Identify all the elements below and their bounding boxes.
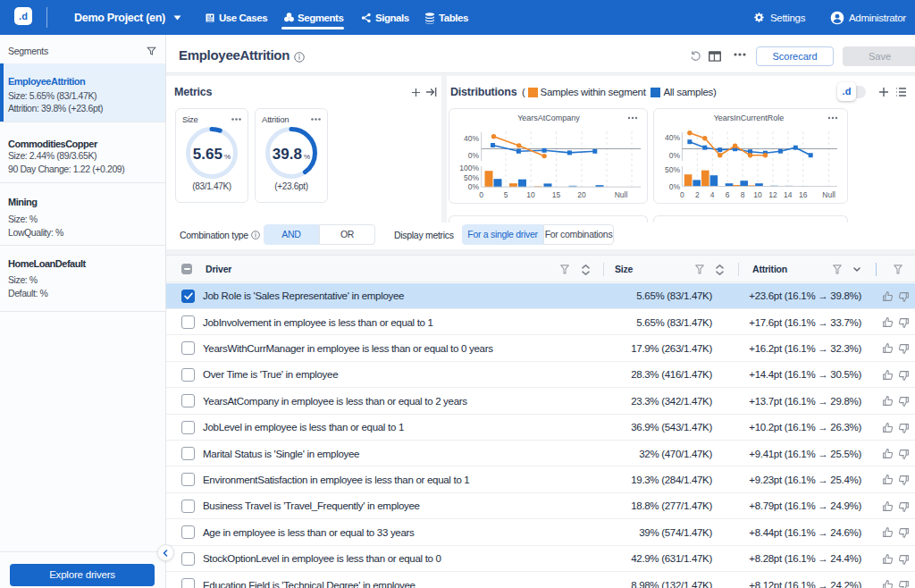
svg-text:0: 0 <box>479 190 483 199</box>
svg-text:2: 2 <box>695 190 700 199</box>
svg-text:12: 12 <box>768 190 777 199</box>
svg-text:0%: 0% <box>669 151 681 160</box>
svg-text:10: 10 <box>753 190 762 199</box>
svg-text:8: 8 <box>741 190 745 199</box>
svg-text:100%: 100% <box>459 164 479 172</box>
svg-text:0%: 0% <box>467 182 479 191</box>
svg-text:20: 20 <box>577 190 586 199</box>
svg-text:Null: Null <box>822 190 835 199</box>
svg-text:40%: 40% <box>463 134 478 143</box>
svg-text:0: 0 <box>680 190 684 199</box>
svg-text:15: 15 <box>551 190 560 199</box>
svg-text:14: 14 <box>784 190 793 199</box>
svg-text:Null: Null <box>614 190 627 199</box>
svg-text:6: 6 <box>726 190 730 199</box>
svg-text:5: 5 <box>503 190 508 199</box>
svg-text:50%: 50% <box>463 173 478 182</box>
svg-text:40%: 40% <box>665 133 680 142</box>
svg-text:50%: 50% <box>665 165 680 174</box>
svg-text:YearsInCurrentRole: YearsInCurrentRole <box>714 113 785 122</box>
svg-text:4: 4 <box>710 190 715 199</box>
svg-text:0%: 0% <box>467 151 479 160</box>
svg-text:10: 10 <box>526 190 535 199</box>
svg-text:YearsAtCompany: YearsAtCompany <box>517 113 580 122</box>
svg-text:0%: 0% <box>669 182 681 191</box>
svg-text:16: 16 <box>799 190 808 199</box>
